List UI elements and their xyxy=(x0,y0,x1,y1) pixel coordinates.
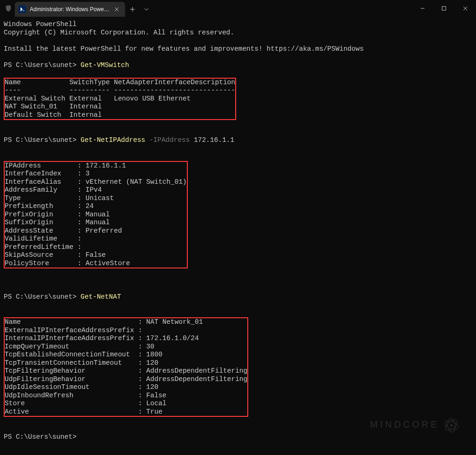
maximize-button[interactable] xyxy=(433,0,455,17)
command-2: Get-NetIPAddress xyxy=(80,136,145,144)
header-line2: Copyright (C) Microsoft Corporation. All… xyxy=(4,29,234,36)
tab-title: Administrator: Windows Powe… xyxy=(30,6,109,13)
close-button[interactable] xyxy=(455,0,476,17)
minimize-button[interactable] xyxy=(412,0,433,17)
tab-powershell[interactable]: Administrator: Windows Powe… xyxy=(15,2,125,17)
prompt: PS C:\Users\sunet> xyxy=(4,293,77,301)
table-header-netadapter: NetAdapterInterfaceDescription xyxy=(114,79,235,86)
svg-rect-0 xyxy=(442,7,446,10)
command-1: Get-VMSwitch xyxy=(80,61,129,69)
prompt: PS C:\Users\sunet> xyxy=(4,433,77,441)
shield-icon xyxy=(2,5,15,12)
titlebar: Administrator: Windows Powe… xyxy=(0,0,476,17)
header-line1: Windows PowerShell xyxy=(4,20,77,28)
vmswitch-output-box: Name SwitchType NetAdapterInterfaceDescr… xyxy=(4,78,236,120)
window-controls xyxy=(412,0,476,17)
ipaddress-output-box: IPAddress : 172.16.1.1 InterfaceIndex : … xyxy=(4,161,188,269)
powershell-icon xyxy=(19,6,26,13)
command-3: Get-NetNAT xyxy=(80,293,121,301)
netnat-output-box: Name : NAT Network_01 ExternalIPInterfac… xyxy=(4,317,248,417)
table-row: NAT Switch_01 xyxy=(5,103,57,110)
command-2-value: 172.16.1.1 xyxy=(194,136,234,144)
header-line3: Install the latest PowerShell for new fe… xyxy=(4,45,364,53)
command-2-param: -IPAddress xyxy=(149,136,190,144)
table-header-switchtype: SwitchType xyxy=(69,79,110,86)
tab-dropdown-button[interactable] xyxy=(140,2,153,17)
tab-close-button[interactable] xyxy=(113,6,120,13)
terminal-output[interactable]: Windows PowerShell Copyright (C) Microso… xyxy=(0,17,476,445)
table-row: Default Switch xyxy=(5,111,61,119)
new-tab-button[interactable] xyxy=(125,2,140,17)
prompt: PS C:\Users\sunet> xyxy=(4,136,77,144)
table-row: External Switch xyxy=(5,95,66,102)
table-header-name: Name xyxy=(5,79,21,86)
prompt: PS C:\Users\sunet> xyxy=(4,61,77,69)
